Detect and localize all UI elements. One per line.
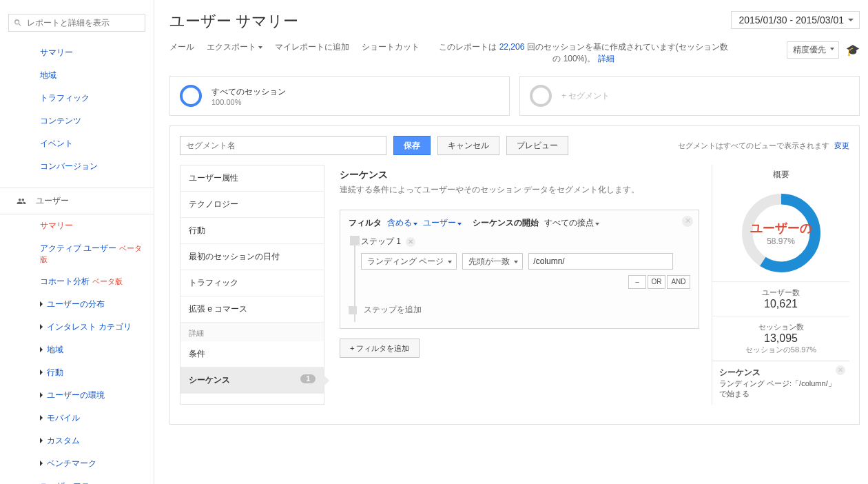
nav-item[interactable]: サマリー xyxy=(0,41,154,64)
segment-card-add[interactable]: + セグメント xyxy=(519,76,860,116)
nav-sub-item[interactable]: ユーザーフロー xyxy=(0,475,154,484)
report-toolbar: メール エクスポート マイレポートに追加 ショートカット このレポートは 22,… xyxy=(169,41,860,65)
nav-sub-item[interactable]: コホート分析ベータ版 xyxy=(0,270,154,293)
nav-item[interactable]: イベント xyxy=(0,132,154,155)
nav-sub-item[interactable]: カスタム xyxy=(0,430,154,452)
add-step-button[interactable]: ステップを追加 xyxy=(349,304,690,316)
segment-category[interactable]: 最初のセッションの日付 xyxy=(180,244,324,270)
summary-header: 概要 xyxy=(712,165,849,185)
mail-link[interactable]: メール xyxy=(169,41,194,53)
add-myreport-link[interactable]: マイレポートに追加 xyxy=(275,41,349,53)
nav-sub-item[interactable]: 地域 xyxy=(0,339,154,361)
segment-card-all-sessions[interactable]: すべてのセッション 100.00% xyxy=(169,76,510,116)
user-dropdown[interactable]: ユーザー xyxy=(423,217,462,229)
change-link[interactable]: 変更 xyxy=(834,141,849,150)
sequence-editor: シーケンス 連続する条件によってユーザーやそのセッション データをセグメント化し… xyxy=(324,165,712,405)
caret-right-icon xyxy=(40,324,43,330)
metric-users: ユーザー数 10,621 xyxy=(712,281,849,316)
segment-percent: 100.00% xyxy=(211,98,286,106)
close-icon[interactable]: ✕ xyxy=(836,365,845,375)
dimension-select[interactable]: ランディング ページ xyxy=(361,253,457,270)
segment-categories: ユーザー属性テクノロジー行動最初のセッションの日付トラフィック拡張 e コマース… xyxy=(180,165,324,405)
nav-sub-item[interactable]: ユーザーの分布 xyxy=(0,293,154,316)
nav-section-user[interactable]: ユーザー xyxy=(0,188,154,214)
filter-label: フィルタ xyxy=(349,217,382,229)
date-range-picker[interactable]: 2015/01/30 - 2015/03/01 xyxy=(731,11,860,29)
segment-category[interactable]: テクノロジー xyxy=(180,192,324,218)
filter-value-input[interactable] xyxy=(528,253,673,270)
sequence-summary: ✕ シーケンス ランディング ページ:「/column/」で始まる xyxy=(712,361,849,405)
seq-summary-desc: ランディング ページ:「/column/」で始まる xyxy=(719,379,843,399)
nav-search-input[interactable] xyxy=(27,18,141,28)
segment-circle-icon xyxy=(180,85,202,107)
detail-link[interactable]: 詳細 xyxy=(598,54,614,63)
nav-section-label: ユーザー xyxy=(36,195,69,207)
shortcut-link[interactable]: ショートカット xyxy=(362,41,420,53)
cancel-button[interactable]: キャンセル xyxy=(437,136,499,155)
segment-title: すべてのセッション xyxy=(211,86,286,98)
education-icon[interactable]: 🎓 xyxy=(846,43,860,57)
segment-category[interactable]: 条件 xyxy=(180,341,324,367)
summary-donut: ユーザーの 58.97% xyxy=(712,185,849,281)
metric-sessions: セッション数 13,095 セッションの58.97% xyxy=(712,316,849,361)
donut-percent: 58.97% xyxy=(750,236,812,246)
any-touchpoint-dropdown[interactable]: すべての接点 xyxy=(544,217,599,229)
search-icon xyxy=(13,19,23,28)
detail-header: 詳細 xyxy=(180,323,324,341)
caret-right-icon xyxy=(40,347,43,352)
add-filter-button[interactable]: + フィルタを追加 xyxy=(340,339,420,358)
include-dropdown[interactable]: 含める xyxy=(387,217,417,229)
nav-item[interactable]: コンバージョン xyxy=(0,155,154,178)
caret-right-icon xyxy=(40,415,43,421)
caret-right-icon xyxy=(40,370,43,375)
caret-right-icon xyxy=(40,461,43,466)
nav-item[interactable]: 地域 xyxy=(0,64,154,87)
nav-item[interactable]: トラフィック xyxy=(0,87,154,110)
segment-category[interactable]: ユーザー属性 xyxy=(180,165,324,192)
segment-circle-icon xyxy=(530,85,552,107)
date-range-label: 2015/01/30 - 2015/03/01 xyxy=(738,14,844,26)
page-title: ユーザー サマリー xyxy=(169,11,298,32)
step-marker-icon xyxy=(350,236,360,245)
builder-note: セグメントはすべてのビューで表示されます 変更 xyxy=(678,141,849,151)
filter-box: ✕ フィルタ 含める ユーザー シーケンスの開始 すべての接点 xyxy=(340,210,699,329)
remove-step-icon[interactable]: ✕ xyxy=(406,237,415,247)
close-icon[interactable]: ✕ xyxy=(682,216,693,227)
caret-right-icon xyxy=(40,438,43,443)
users-icon xyxy=(15,196,28,206)
or-button[interactable]: OR xyxy=(648,275,665,289)
nav-sub-item[interactable]: サマリー xyxy=(0,214,154,237)
main: ユーザー サマリー 2015/01/30 - 2015/03/01 メール エク… xyxy=(154,0,868,484)
chevron-down-icon xyxy=(830,48,834,50)
segment-category[interactable]: 行動 xyxy=(180,218,324,244)
nav-sub-item[interactable]: ベンチマーク xyxy=(0,452,154,475)
match-type-select[interactable]: 先頭が一致 xyxy=(462,253,523,270)
segment-category[interactable]: 拡張 e コマース xyxy=(180,296,324,323)
segment-add-label: + セグメント xyxy=(561,90,610,102)
segment-name-input[interactable] xyxy=(180,136,386,155)
segment-category[interactable]: トラフィック xyxy=(180,270,324,296)
step-label: ステップ 1 ✕ xyxy=(361,236,690,248)
nav-sub-item[interactable]: インタレスト カテゴリ xyxy=(0,316,154,339)
nav-sub-item[interactable]: モバイル xyxy=(0,407,154,430)
segment-category[interactable]: シーケンス1 xyxy=(180,367,324,394)
count-badge: 1 xyxy=(300,374,316,383)
beta-badge: ベータ版 xyxy=(92,277,123,285)
nav-sub-item[interactable]: 行動 xyxy=(0,361,154,384)
summary-panel: 概要 ユーザーの 58.97% ユーザー数 10,621 xyxy=(712,165,849,405)
step-rail xyxy=(349,236,361,289)
precision-select[interactable]: 精度優先 xyxy=(787,41,839,59)
report-note: このレポートは 22,206 回のセッションを基に作成されています(セッション数… xyxy=(439,41,728,65)
caret-right-icon xyxy=(40,301,43,307)
nav-sub-item[interactable]: アクティブ ユーザーベータ版 xyxy=(0,237,154,270)
nav-item[interactable]: コンテンツ xyxy=(0,110,154,132)
remove-cond-button[interactable]: – xyxy=(628,275,646,289)
export-link[interactable]: エクスポート xyxy=(207,41,262,53)
and-button[interactable]: AND xyxy=(667,275,690,289)
nav-search[interactable] xyxy=(8,14,145,32)
nav-sub-item[interactable]: ユーザーの環境 xyxy=(0,384,154,407)
preview-button[interactable]: プレビュー xyxy=(506,136,568,155)
save-button[interactable]: 保存 xyxy=(393,136,431,155)
sequence-desc: 連続する条件によってユーザーやそのセッション データをセグメント化します。 xyxy=(340,184,699,196)
sessions-count: 22,206 xyxy=(499,42,525,52)
